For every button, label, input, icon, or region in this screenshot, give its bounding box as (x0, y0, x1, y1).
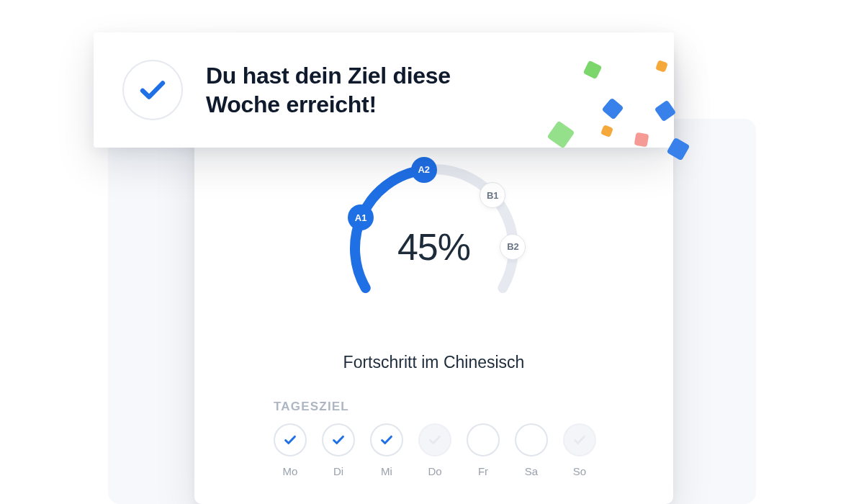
confetti-piece (655, 60, 668, 73)
day-do[interactable]: Do (418, 423, 451, 477)
day-mo[interactable]: Mo (274, 423, 307, 477)
level-badge-a1: A1 (348, 204, 374, 230)
toast-message: Du hast dein Ziel diese Woche erreicht! (206, 61, 516, 119)
day-label: Mo (283, 465, 298, 477)
day-circle (322, 423, 355, 456)
checkmark-icon (427, 432, 443, 448)
progress-caption: Fortschritt im Chinesisch (194, 353, 673, 372)
checkmark-icon (282, 432, 298, 448)
day-sa[interactable]: Sa (515, 423, 548, 477)
confetti-piece (583, 60, 603, 80)
day-circle (418, 423, 451, 456)
day-circle (515, 423, 548, 456)
day-circle (467, 423, 500, 456)
daily-goal-heading: TAGESZIEL (274, 400, 349, 414)
day-mi[interactable]: Mi (370, 423, 403, 477)
checkmark-icon (138, 75, 168, 105)
day-fr[interactable]: Fr (467, 423, 500, 477)
day-label: So (573, 465, 586, 477)
daily-goal-row: MoDiMiDoFrSaSo (274, 423, 596, 477)
confetti-piece (602, 98, 624, 120)
confetti-piece (547, 121, 575, 149)
day-circle (370, 423, 403, 456)
level-badge-b2: B2 (500, 234, 526, 260)
progress-gauge: 45% A1A2B1B2 (319, 155, 549, 342)
checkmark-icon (572, 432, 588, 448)
confetti-piece (634, 132, 649, 148)
day-di[interactable]: Di (322, 423, 355, 477)
day-label: Fr (478, 465, 488, 477)
level-badge-b1: B1 (480, 182, 505, 208)
confetti-piece (654, 100, 677, 122)
day-circle (274, 423, 307, 456)
confetti-piece (600, 125, 613, 138)
checkmark-icon (379, 432, 395, 448)
level-badge-a2: A2 (411, 157, 437, 183)
day-label: Mi (381, 465, 392, 477)
day-label: Di (333, 465, 343, 477)
toast-check-circle (122, 60, 183, 120)
day-label: Sa (525, 465, 538, 477)
day-so[interactable]: So (563, 423, 596, 477)
day-label: Do (428, 465, 441, 477)
checkmark-icon (330, 432, 346, 448)
day-circle (563, 423, 596, 456)
goal-toast: Du hast dein Ziel diese Woche erreicht! (94, 32, 674, 148)
